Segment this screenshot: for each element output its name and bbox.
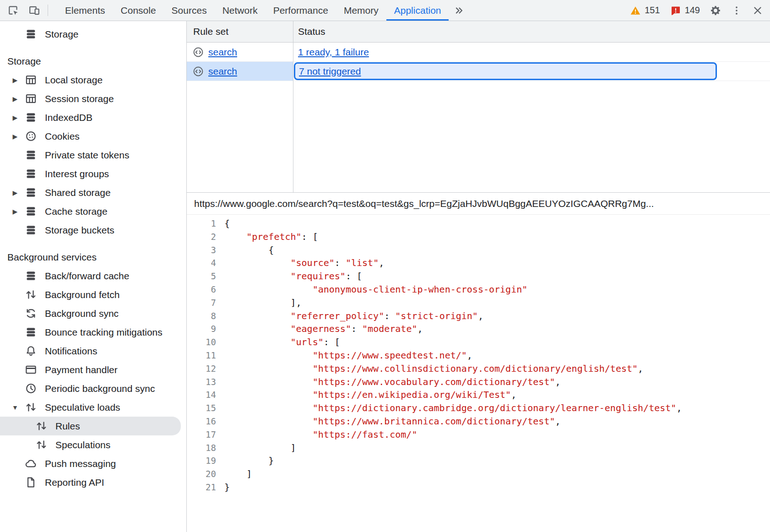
code-text: }: [216, 454, 274, 467]
updown-arrows-icon: [24, 288, 38, 302]
sidebar-item-storage[interactable]: Storage: [0, 25, 186, 43]
content-area: Rule set Status search1 ready, 1 failure…: [187, 21, 770, 532]
cloud-icon: [24, 457, 38, 471]
expand-arrow-icon[interactable]: ▶: [6, 208, 24, 215]
updown-arrows-icon: [34, 438, 48, 452]
line-number: 21: [187, 481, 216, 494]
sidebar-item-reporting-api[interactable]: Reporting API: [0, 473, 186, 492]
kebab-menu-icon[interactable]: [726, 5, 747, 16]
sidebar-item-label: Periodic background sync: [45, 383, 155, 394]
tab-application[interactable]: Application: [386, 0, 449, 21]
sidebar-item-back-forward-cache[interactable]: Back/forward cache: [0, 266, 186, 285]
sidebar-item-push-messaging[interactable]: Push messaging: [0, 454, 186, 473]
sidebar-item-label: Payment handler: [45, 364, 118, 375]
sidebar-item-speculations[interactable]: Speculations: [0, 435, 186, 454]
code-line: 15 "https://dictionary.cambridge.org/dic…: [187, 402, 770, 415]
code-text: ]: [216, 441, 296, 455]
code-text: "https://dictionary.cambridge.org/dictio…: [216, 402, 682, 415]
line-number: 13: [187, 375, 216, 389]
line-number: 4: [187, 256, 216, 270]
sidebar-item-speculative-loads[interactable]: ▼Speculative loads: [0, 398, 186, 417]
sidebar-item-indexeddb[interactable]: ▶IndexedDB: [0, 108, 186, 127]
status-link[interactable]: 1 ready, 1 failure: [298, 47, 369, 58]
close-icon[interactable]: [747, 5, 768, 16]
code-line: 3 {: [187, 244, 770, 257]
tab-performance[interactable]: Performance: [266, 0, 336, 21]
column-header-status[interactable]: Status: [293, 26, 770, 37]
code-line: 11 "https://www.speedtest.net/",: [187, 349, 770, 362]
sidebar-item-notifications[interactable]: Notifications: [0, 342, 186, 360]
database-icon: [24, 111, 38, 125]
sidebar-item-label: Cookies: [45, 131, 80, 142]
rules-grid-body: search1 ready, 1 failuresearch7 not trig…: [187, 43, 770, 192]
errors-counter[interactable]: 149: [665, 5, 705, 16]
expand-arrow-icon[interactable]: ▶: [6, 76, 24, 84]
database-icon: [24, 27, 38, 41]
sidebar-item-label: Local storage: [45, 75, 103, 86]
sidebar-item-background-sync[interactable]: Background sync: [0, 304, 186, 323]
clock-icon: [24, 382, 38, 396]
sidebar-item-session-storage[interactable]: ▶Session storage: [0, 89, 186, 108]
code-line: 1{: [187, 217, 770, 230]
rule-set-source-url[interactable]: https://www.google.com/search?q=test&oq=…: [187, 193, 770, 215]
line-number: 16: [187, 415, 216, 428]
tab-network[interactable]: Network: [215, 0, 266, 21]
code-text: ]: [216, 467, 252, 481]
sidebar-item-rules[interactable]: Rules: [0, 417, 181, 435]
sidebar-item-payment-handler[interactable]: Payment handler: [0, 360, 186, 379]
inspect-icon[interactable]: [3, 0, 24, 21]
rule-set-row[interactable]: search1 ready, 1 failure: [187, 43, 770, 62]
sidebar-item-shared-storage[interactable]: ▶Shared storage: [0, 183, 186, 202]
sidebar-item-private-state-tokens[interactable]: Private state tokens: [0, 146, 186, 164]
expand-arrow-icon[interactable]: ▶: [6, 189, 24, 196]
rule-set-icon: [192, 46, 204, 58]
expand-arrow-icon[interactable]: ▶: [6, 114, 24, 121]
line-number: 7: [187, 296, 216, 309]
rule-set-row[interactable]: search7 not triggered: [187, 62, 770, 81]
code-text: "source": "list",: [216, 256, 384, 270]
line-number: 11: [187, 349, 216, 362]
more-tabs-button[interactable]: [449, 0, 470, 21]
database-icon: [24, 167, 38, 181]
settings-gear-icon[interactable]: [705, 5, 726, 16]
sidebar-item-label: Rules: [55, 421, 80, 432]
code-text: "prefetch": [: [216, 230, 318, 244]
tab-sources[interactable]: Sources: [164, 0, 215, 21]
tab-console[interactable]: Console: [113, 0, 164, 21]
rule-set-link[interactable]: search: [208, 66, 237, 77]
sidebar-item-bounce-tracking-mitigations[interactable]: Bounce tracking mitigations: [0, 323, 186, 342]
code-line: 12 "https://www.collinsdictionary.com/di…: [187, 362, 770, 375]
code-line: 10 "urls": [: [187, 336, 770, 349]
status-link[interactable]: 7 not triggered: [299, 66, 361, 77]
column-header-rule-set[interactable]: Rule set: [187, 26, 293, 37]
warning-icon: [630, 5, 641, 16]
sidebar-item-cookies[interactable]: ▶Cookies: [0, 127, 186, 146]
sidebar-item-local-storage[interactable]: ▶Local storage: [0, 71, 186, 89]
code-line: 18 ]: [187, 441, 770, 455]
expand-arrow-icon[interactable]: ▶: [6, 95, 24, 103]
table-icon: [24, 73, 38, 87]
device-toolbar-icon[interactable]: [24, 0, 45, 21]
code-line: 4 "source": "list",: [187, 256, 770, 270]
sidebar-item-background-fetch[interactable]: Background fetch: [0, 285, 186, 304]
sidebar-item-label: Push messaging: [45, 458, 116, 469]
rule-set-link[interactable]: search: [208, 47, 237, 58]
expand-arrow-icon[interactable]: ▶: [6, 133, 24, 140]
code-text: "referrer_policy": "strict-origin",: [216, 309, 483, 323]
sync-icon: [24, 307, 38, 320]
sidebar-item-periodic-background-sync[interactable]: Periodic background sync: [0, 379, 186, 398]
tab-memory[interactable]: Memory: [336, 0, 386, 21]
sidebar-item-label: Speculative loads: [45, 402, 120, 413]
line-number: 3: [187, 244, 216, 257]
application-sidebar: StorageStorage▶Local storage▶Session sto…: [0, 21, 187, 532]
sidebar-item-storage-buckets[interactable]: Storage buckets: [0, 221, 186, 239]
sidebar-item-cache-storage[interactable]: ▶Cache storage: [0, 202, 186, 221]
code-text: ],: [216, 296, 302, 309]
section-header-storage: Storage: [0, 52, 186, 71]
sidebar-item-interest-groups[interactable]: Interest groups: [0, 164, 186, 183]
warnings-counter[interactable]: 151: [625, 5, 665, 16]
code-line: 8 "referrer_policy": "strict-origin",: [187, 309, 770, 323]
tab-elements[interactable]: Elements: [57, 0, 113, 21]
collapse-arrow-icon[interactable]: ▼: [6, 404, 24, 411]
code-text: "https://www.vocabulary.com/dictionary/t…: [216, 375, 561, 389]
